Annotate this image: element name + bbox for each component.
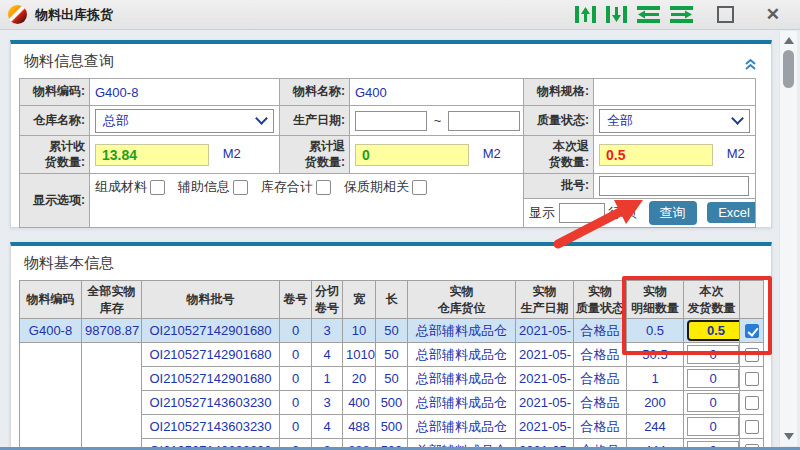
collapse-section-button[interactable] — [744, 56, 757, 74]
maximize-button[interactable] — [717, 6, 734, 23]
cell-date: 2021-05- — [516, 367, 574, 391]
quality-status-select-value: 全部 — [607, 112, 633, 130]
scroll-up-icon[interactable] — [784, 37, 794, 44]
excel-button[interactable]: Excel — [707, 202, 755, 223]
display-options-label: 显示选项: — [20, 174, 90, 228]
cell-quality: 合格品 — [574, 391, 627, 415]
dock-left-icon[interactable] — [637, 6, 660, 23]
display-option-checkbox[interactable] — [412, 180, 427, 195]
display-option-checkbox[interactable] — [233, 180, 248, 195]
cell-roll: 0 — [280, 391, 312, 415]
cell-width: 488 — [343, 415, 376, 439]
row-checkbox[interactable] — [745, 396, 759, 410]
row-checkbox[interactable] — [745, 420, 759, 434]
dock-up-icon[interactable] — [575, 6, 596, 23]
table-row[interactable]: OI21052714290168004101050总部辅料成品仓2021-05-… — [20, 343, 764, 367]
cell-check — [740, 343, 764, 367]
material-spec-label: 物料规格: — [524, 79, 594, 106]
material-name-value: G400 — [350, 79, 524, 106]
window-title: 物料出库拣货 — [35, 6, 575, 24]
display-option: 组成材料 — [95, 178, 165, 196]
display-option-checkbox[interactable] — [150, 180, 165, 195]
total-received-unit: M2 — [223, 146, 241, 161]
display-option-label: 辅助信息 — [178, 178, 230, 196]
vertical-scrollbar[interactable] — [779, 31, 797, 446]
cell-check — [740, 415, 764, 439]
row-checkbox[interactable] — [745, 324, 759, 338]
dock-down-icon[interactable] — [606, 6, 627, 23]
cell-length: 50 — [376, 367, 408, 391]
cell-width: 10 — [343, 319, 376, 343]
cell-qty: 50.5 — [627, 343, 684, 367]
app-logo-icon — [8, 5, 27, 24]
current-return-unit: M2 — [727, 146, 745, 161]
quality-status-label: 质量状态: — [524, 106, 594, 136]
cell-batch: OI210527142901680 — [142, 343, 280, 367]
ship-qty-input[interactable]: 0 — [687, 369, 739, 388]
cell-length: 500 — [376, 415, 408, 439]
query-form: 物料编码: G400-8 物料名称: G400 物料规格: 仓库名称: 总部 生… — [19, 78, 756, 228]
table-row[interactable]: G400-898708.87OI210527142901680031050总部辅… — [20, 319, 764, 343]
detail-panel-title: 物料基本信息 — [11, 246, 771, 280]
cell-date: 2021-05- — [516, 391, 574, 415]
cell-ship: 0 — [684, 391, 740, 415]
column-header-ship: 本次 发货数量 — [684, 281, 740, 319]
column-header-location: 实物 仓库货位 — [408, 281, 516, 319]
total-returned-label: 累计退 货数量: — [280, 136, 350, 174]
material-code-label: 物料编码: — [20, 79, 90, 106]
cell-date: 2021-05- — [516, 343, 574, 367]
cell-qty: 1 — [627, 367, 684, 391]
ship-qty-input[interactable]: 0 — [687, 417, 739, 436]
query-panel-title: 物料信息查询 — [11, 44, 771, 78]
display-option-label: 库存合计 — [261, 178, 313, 196]
cell-check — [740, 391, 764, 415]
prod-date-to-input[interactable] — [448, 111, 520, 131]
cell-check — [740, 367, 764, 391]
current-return-value: 0.5 — [599, 144, 713, 166]
pager-row: 显示 行/页 查询 Excel — [524, 199, 756, 228]
pager-prefix: 显示 — [529, 205, 555, 220]
cell-quality: 合格品 — [574, 415, 627, 439]
window-controls: ✕ — [575, 6, 786, 23]
row-checkbox[interactable] — [745, 348, 759, 362]
cell-location: 总部辅料成品仓 — [408, 343, 516, 367]
cell-length: 50 — [376, 343, 408, 367]
cell-date: 2021-05- — [516, 319, 574, 343]
cell-location: 总部辅料成品仓 — [408, 391, 516, 415]
cell-split: 3 — [312, 391, 343, 415]
query-button[interactable]: 查询 — [649, 201, 697, 225]
batch-no-input[interactable] — [599, 176, 749, 196]
cell-date: 2021-05- — [516, 415, 574, 439]
detail-table-body: G400-898708.87OI210527142901680031050总部辅… — [20, 319, 764, 450]
display-option-label: 组成材料 — [95, 178, 147, 196]
rows-per-page-input[interactable] — [559, 203, 605, 223]
cell-code — [20, 343, 82, 450]
column-header-quality: 实物 质量状态 — [574, 281, 627, 319]
display-option-checkbox[interactable] — [316, 180, 331, 195]
ship-qty-input[interactable]: 0 — [687, 345, 739, 364]
warehouse-select[interactable]: 总部 — [95, 109, 274, 133]
display-option: 库存合计 — [261, 178, 331, 196]
title-bar: 物料出库拣货 ✕ — [0, 0, 800, 30]
date-range-separator: ~ — [434, 113, 442, 128]
display-option: 辅助信息 — [178, 178, 248, 196]
material-spec-value — [594, 79, 756, 106]
quality-status-select[interactable]: 全部 — [599, 109, 750, 133]
prod-date-from-input[interactable] — [355, 111, 427, 131]
row-checkbox[interactable] — [745, 372, 759, 386]
ship-qty-input[interactable]: 0.5 — [687, 320, 740, 341]
cell-batch: OI210527143603230 — [142, 391, 280, 415]
cell-width: 20 — [343, 367, 376, 391]
cell-ship: 0.5 — [684, 319, 740, 343]
warehouse-select-value: 总部 — [103, 112, 129, 130]
scroll-thumb[interactable] — [783, 50, 794, 88]
current-return-label: 本次退 货数量: — [524, 136, 594, 174]
close-button[interactable]: ✕ — [766, 6, 780, 23]
pager-suffix: 行/页 — [608, 205, 638, 220]
batch-no-label: 批号: — [524, 174, 594, 199]
scroll-down-icon[interactable] — [784, 433, 794, 440]
ship-qty-input[interactable]: 0 — [687, 393, 739, 412]
chevron-down-icon — [731, 112, 744, 125]
dock-right-icon[interactable] — [670, 6, 693, 23]
cell-length: 500 — [376, 391, 408, 415]
